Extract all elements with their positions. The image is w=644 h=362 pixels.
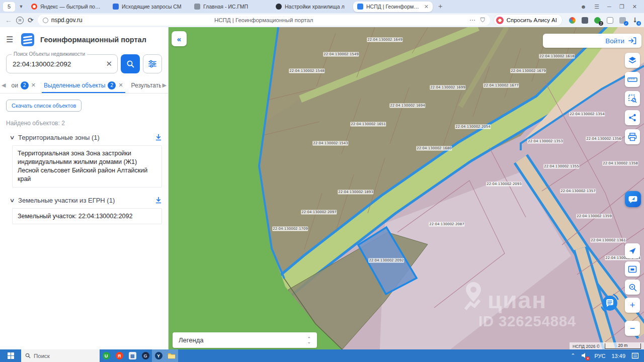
parcel-label[interactable]: 22:04:130002:1679 [510,69,546,73]
new-tab-button[interactable]: ＋ [437,2,444,11]
parcel-label[interactable]: 22:04:130002:2054 [455,125,491,129]
parcel-label[interactable]: 22:04:130002:1680 [416,146,452,151]
territorial-zone-item[interactable]: Территориальная зона Зона застройки инди… [12,145,162,188]
land-parcel-item[interactable]: Земельный участок: 22:04:130002:2092 [12,208,162,225]
close-icon[interactable]: ✕ [31,82,36,88]
parcel-label[interactable]: 22:04:130002:1618 [539,54,575,59]
chevron-down-icon[interactable]: ∨ [9,134,15,141]
yandex-services-icon[interactable]: Я [16,17,24,24]
legend-dropdown[interactable]: Легенда ⌃⌄ [173,332,317,348]
back-icon[interactable]: ← [5,16,12,24]
taskbar-app-rdp[interactable]: ▤ [126,349,139,362]
area-select-button[interactable] [625,91,640,106]
measure-button[interactable] [625,72,640,87]
parcel-label[interactable]: 22:04:130002:1549 [323,52,359,57]
assistant-button[interactable] [625,191,641,207]
parcel-label[interactable]: 22:04:130002:1355 [543,164,579,169]
browser-tab-nspd-active[interactable]: НСПД | Геоинформаци ✕ [353,2,433,12]
zoom-out-button[interactable]: − [625,321,640,336]
layers-button[interactable] [625,53,640,68]
parcel-label[interactable]: 22:04:130002:1548 [289,69,325,73]
menu-icon[interactable]: ☰ [594,4,599,10]
parcel-label[interactable]: 22:04:130002:1353 [527,139,563,144]
site-info-icon[interactable] [43,18,48,23]
parcel-label[interactable]: 22:04:130002:1358 [602,161,638,166]
taskbar-app-dark[interactable]: G [139,349,152,362]
parcel-label[interactable]: 22:04:130002:2097 [301,210,337,215]
volume-muted-icon[interactable]: ✕ [581,352,588,359]
extension-stats-icon[interactable]: ✓ [618,16,626,24]
search-button[interactable] [121,54,140,73]
extension-icon[interactable] [568,16,576,24]
download-icon[interactable] [155,134,162,141]
taskbar-app-yandex[interactable]: Я [113,349,126,362]
parcel-label[interactable]: 22:04:130002:1651 [350,122,386,127]
parcel-label[interactable]: 22:04:130002:1893 [338,190,373,195]
taskbar-app-explorer[interactable] [165,349,178,362]
more-icon[interactable]: ⋯ [469,17,475,24]
tabs-scroll-right-icon[interactable]: ▶ [161,82,168,88]
print-button[interactable] [625,129,640,144]
cadastral-map[interactable] [169,27,644,349]
parcel-label[interactable]: 22:04:130002:1361 [590,238,626,243]
parcel-label[interactable]: 22:04:130002:1359 [576,214,612,219]
notifications-icon[interactable] [631,352,639,359]
close-tab-icon[interactable]: ✕ [424,4,429,10]
login-button[interactable]: Войти [543,34,641,48]
tabs-scroll-left-icon[interactable]: ◀ [0,82,7,88]
extension-green-icon[interactable]: 2 [593,16,601,24]
start-button[interactable] [0,349,21,362]
clear-search-icon[interactable]: ✕ [106,59,117,68]
browser-tab-yandex-search[interactable]: Яндекс — быстрый поиск [27,2,107,12]
chat-button[interactable] [599,292,621,314]
parcel-label[interactable]: 22:04:130002:1677 [483,83,519,88]
parcel-label[interactable]: 22:04:130002:2093 [486,182,522,187]
search-filters-button[interactable] [143,54,162,73]
tab-layers[interactable]: ои 2 ✕ [7,77,40,93]
download-icon[interactable] [155,197,162,204]
chevron-down-icon[interactable]: ∨ [9,197,15,204]
restore-button[interactable]: ❐ [619,4,624,10]
extension-shield-icon[interactable] [581,16,589,24]
parcel-label[interactable]: 22:04:130002:1694 [389,104,425,108]
parcel-label[interactable]: 22:04:130002:1354 [569,112,605,117]
extension-doc-icon[interactable] [606,16,614,24]
parcel-label[interactable]: 22:04:130002:1649 [367,38,403,42]
url-text[interactable]: nspd.gov.ru [51,17,83,24]
hamburger-menu-icon[interactable]: ☰ [6,37,15,43]
tab-selected-objects[interactable]: Выделенные объекты 2 ✕ [40,77,127,93]
share-button[interactable] [625,110,640,125]
search-input[interactable]: Поиск Объекты недвижимости 22:04:130002:… [6,54,118,73]
close-window-button[interactable]: ✕ [632,4,637,10]
taskbar-app-browser[interactable]: Y [152,349,165,362]
browser-tab-is-gmp[interactable]: Главная - ИС.ГМП [190,2,270,12]
ask-alice-button[interactable]: Спросить Алису AI [494,15,562,26]
locate-button[interactable] [625,243,640,258]
zoom-in-button[interactable]: + [625,298,640,313]
map-canvas[interactable]: циан ID 326254884 22:04:130002:164922:04… [169,27,644,349]
language-indicator[interactable]: РУС [594,353,605,359]
profile-icon[interactable]: ☻ [581,4,587,10]
taskbar-app-ublock[interactable]: U [100,349,113,362]
download-object-list-button[interactable]: Скачать список объектов [6,100,82,112]
parcel-label[interactable]: 22:04:130002:1356 [586,137,621,141]
url-bar[interactable]: nspd.gov.ru НСПД | Геоинформационный пор… [38,15,490,26]
close-icon[interactable]: ✕ [118,82,123,88]
browser-tab-storage-settings[interactable]: Настройки хранилища л [272,2,351,12]
tab-counter[interactable]: 5 [3,2,15,12]
parcel-label[interactable]: 22:04:130002:1709 [272,227,308,231]
clock[interactable]: 13:49 [611,353,625,359]
browser-tab-outgoing-requests[interactable]: Исходящие запросы СМ [109,2,188,12]
bookmark-icon[interactable]: ⛉ [480,17,485,24]
tray-expand-icon[interactable]: ⌃ [571,352,575,359]
parcel-label[interactable]: 22:04:130002:1543 [312,141,348,146]
downloads-icon[interactable]: ⭣ 4 [631,16,639,24]
chevron-down-icon[interactable]: ▼ [17,2,25,12]
selected-parcel-label[interactable]: 22:04:130002:2092 [368,258,404,263]
parcel-label[interactable]: 22:04:130002:1699 [430,85,465,90]
parcel-label[interactable]: 22:04:130002:1357 [560,189,596,194]
taskbar-search[interactable]: Поиск [21,349,100,362]
section-land-parcels[interactable]: ∨ Земельные участки из ЕГРН (1) [10,197,162,204]
tab-search-results[interactable]: Результаты поиска 1 [127,77,161,93]
minimize-button[interactable]: ─ [607,4,611,10]
